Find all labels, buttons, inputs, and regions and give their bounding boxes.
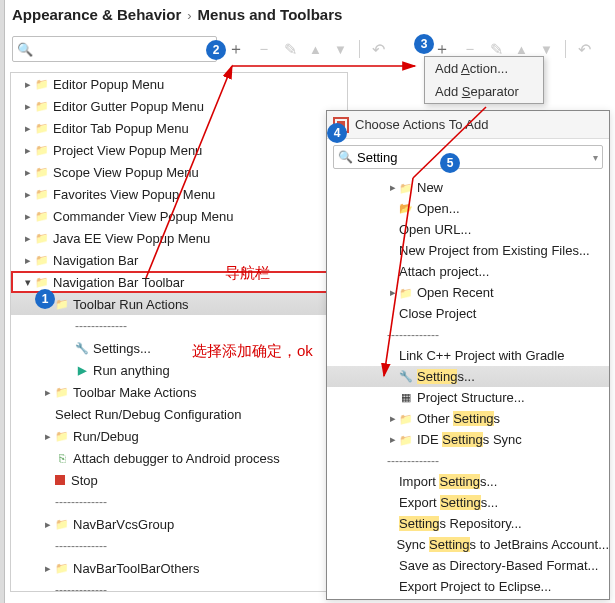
dialog-row[interactable]: ▦Project Structure... <box>327 387 609 408</box>
menu-add-separator[interactable]: Add Separator <box>425 80 543 103</box>
reset-button-2: ↶ <box>578 40 591 59</box>
tree-row[interactable]: ▾Navigation Bar Toolbar <box>11 271 347 293</box>
up-button: ▲ <box>309 42 322 57</box>
folder-icon <box>35 143 49 157</box>
dialog-row[interactable]: Link C++ Project with Gradle <box>327 345 609 366</box>
dialog-row[interactable]: Attach project... <box>327 261 609 282</box>
down-button-2: ▼ <box>540 42 553 57</box>
wrench-icon: 🔧 <box>75 341 89 355</box>
menus-tree[interactable]: ▸Editor Popup Menu▸Editor Gutter Popup M… <box>10 72 348 592</box>
run-icon: ▶ <box>75 363 89 377</box>
folder-icon <box>35 77 49 91</box>
dialog-row[interactable]: Settings Repository... <box>327 513 609 534</box>
dialog-row[interactable]: ------------- <box>327 324 609 345</box>
tree-row[interactable]: ⎘Attach debugger to Android process <box>11 447 347 469</box>
tree-row[interactable]: ▸Editor Popup Menu <box>11 73 347 95</box>
search-icon: 🔍 <box>338 150 353 164</box>
folder-icon <box>399 412 413 426</box>
folder-icon <box>55 385 69 399</box>
folder-icon <box>55 297 69 311</box>
tree-row[interactable]: ▸Commander View Popup Menu <box>11 205 347 227</box>
add-context-menu: Add Action... Add Separator <box>424 56 544 104</box>
svg-rect-1 <box>337 121 345 129</box>
dialog-row[interactable]: 🔧Settings... <box>327 366 609 387</box>
dialog-row[interactable]: ▸Open Recent <box>327 282 609 303</box>
choose-actions-dialog: Choose Actions To Add 🔍 ▾ ▸New📂Open...Op… <box>326 110 610 600</box>
dialog-row[interactable]: Sync Settings to JetBrains Account... <box>327 534 609 555</box>
edit-button: ✎ <box>284 40 297 59</box>
folder-icon <box>399 433 413 447</box>
tree-row[interactable]: ▸Run/Debug <box>11 425 347 447</box>
project-icon: ▦ <box>399 391 413 405</box>
separator <box>359 40 360 58</box>
dialog-row[interactable]: Export Project to Eclipse... <box>327 576 609 597</box>
dialog-search-input[interactable] <box>353 149 593 166</box>
dialog-row[interactable]: ▸New <box>327 177 609 198</box>
dialog-row[interactable]: New Project from Existing Files... <box>327 240 609 261</box>
down-button: ▼ <box>334 42 347 57</box>
remove-button: － <box>256 39 272 60</box>
folder-icon <box>399 181 413 195</box>
tree-row[interactable]: ▸Toolbar Make Actions <box>11 381 347 403</box>
breadcrumb: Appearance & Behavior›Menus and Toolbars <box>12 6 342 23</box>
tree-row[interactable]: Select Run/Debug Configuration <box>11 403 347 425</box>
tree-row[interactable]: ▸Java EE View Popup Menu <box>11 227 347 249</box>
tree-row[interactable]: ▸Editor Gutter Popup Menu <box>11 95 347 117</box>
tree-row[interactable]: Stop <box>11 469 347 491</box>
chevron-down-icon[interactable]: ▾ <box>207 44 212 55</box>
dialog-row[interactable]: 📂Open... <box>327 198 609 219</box>
open-icon: 📂 <box>399 202 413 216</box>
attach-icon: ⎘ <box>55 451 69 465</box>
dialog-row[interactable]: Save as Directory-Based Format... <box>327 555 609 576</box>
tree-row[interactable]: ------------- <box>11 315 347 337</box>
tree-toolbar: ＋ － ✎ ▲ ▼ ↶ <box>228 36 385 62</box>
folder-icon <box>399 286 413 300</box>
dialog-search[interactable]: 🔍 ▾ <box>333 145 603 169</box>
tree-row[interactable]: ▸Editor Tab Popup Menu <box>11 117 347 139</box>
folder-icon <box>35 99 49 113</box>
folder-icon <box>35 253 49 267</box>
tree-row[interactable]: ------------- <box>11 535 347 557</box>
folder-icon <box>35 165 49 179</box>
dialog-row[interactable]: Import Settings... <box>327 471 609 492</box>
folder-icon <box>35 121 49 135</box>
tree-row[interactable]: ▸Project View Popup Menu <box>11 139 347 161</box>
dialog-tree[interactable]: ▸New📂Open...Open URL...New Project from … <box>327 175 609 599</box>
folder-icon <box>55 517 69 531</box>
tree-search[interactable]: 🔍 ▾ <box>12 36 217 62</box>
stop-icon <box>55 475 65 485</box>
dialog-row[interactable]: ▸IDE Settings Sync <box>327 429 609 450</box>
tree-row[interactable]: ▸Favorites View Popup Menu <box>11 183 347 205</box>
folder-icon <box>55 429 69 443</box>
up-button-2: ▲ <box>515 42 528 57</box>
dialog-icon <box>333 117 349 133</box>
chevron-down-icon[interactable]: ▾ <box>593 152 598 163</box>
tree-row[interactable]: ▶Run anything <box>11 359 347 381</box>
tree-row[interactable]: ▸NavBarVcsGroup <box>11 513 347 535</box>
tree-row[interactable]: ▾Toolbar Run Actions <box>11 293 347 315</box>
tree-row[interactable]: ▸Scope View Popup Menu <box>11 161 347 183</box>
folder-icon <box>35 187 49 201</box>
folder-icon <box>35 231 49 245</box>
tree-row[interactable]: ------------- <box>11 491 347 513</box>
add-action-button[interactable]: ＋ <box>228 39 244 60</box>
separator-2 <box>565 40 566 58</box>
tree-row[interactable]: ▸Navigation Bar <box>11 249 347 271</box>
folder-icon <box>55 561 69 575</box>
dialog-title-bar: Choose Actions To Add <box>327 111 609 139</box>
dialog-row[interactable]: ------------- <box>327 450 609 471</box>
dialog-row[interactable]: Export Settings... <box>327 492 609 513</box>
search-icon: 🔍 <box>17 42 33 57</box>
badge-3: 3 <box>414 34 434 54</box>
reset-button: ↶ <box>372 40 385 59</box>
dialog-row[interactable]: Open URL... <box>327 219 609 240</box>
tree-row[interactable]: ------------- <box>11 579 347 592</box>
dialog-row[interactable]: ▸Other Settings <box>327 408 609 429</box>
tree-row[interactable]: 🔧Settings... <box>11 337 347 359</box>
tree-search-input[interactable] <box>33 41 207 58</box>
dialog-title: Choose Actions To Add <box>355 117 488 132</box>
tree-row[interactable]: ▸NavBarToolBarOthers <box>11 557 347 579</box>
menu-add-action[interactable]: Add Action... <box>425 57 543 80</box>
dialog-row[interactable]: Close Project <box>327 303 609 324</box>
wrench-icon: 🔧 <box>399 370 413 384</box>
